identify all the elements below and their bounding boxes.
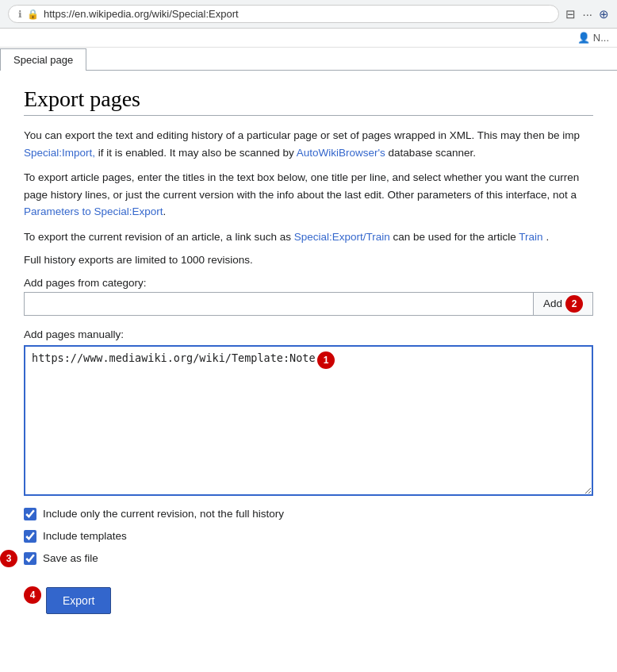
awb-link[interactable]: AutoWikiBrowser's	[297, 147, 385, 159]
export-train-link[interactable]: Special:Export/Train	[294, 231, 390, 243]
include-current-checkbox[interactable]	[24, 508, 36, 520]
textarea-wrapper: 1	[24, 345, 593, 498]
train-link[interactable]: Train	[519, 231, 542, 243]
checkbox2-row: Include templates	[24, 530, 593, 543]
user-area: 👤 N...	[0, 29, 617, 48]
special-import-link[interactable]: Special:Import,	[24, 147, 95, 159]
category-row: Add 2	[24, 292, 593, 316]
export-button[interactable]: Export	[46, 587, 111, 614]
tab-special-page[interactable]: Special page	[0, 48, 86, 71]
export-badge: 4	[24, 586, 41, 604]
description-3: To export the current revision of an art…	[24, 228, 593, 246]
save-as-file-label: Save as file	[43, 552, 98, 564]
export-row: 4 Export	[24, 576, 111, 614]
pocket-icon[interactable]: ⊕	[599, 7, 609, 21]
page-title: Export pages	[24, 86, 593, 116]
add-button[interactable]: Add 2	[533, 292, 593, 316]
main-content: Export pages You can export the text and…	[0, 71, 617, 630]
checkbox3-row: 3 Save as file	[24, 552, 593, 565]
limit-note: Full history exports are limited to 1000…	[24, 254, 593, 266]
save-as-file-checkbox[interactable]	[24, 552, 36, 565]
browser-toolbar: ⊟ ··· ⊕	[565, 7, 609, 21]
category-label: Add pages from category:	[24, 277, 593, 289]
url-text: https://en.wikipedia.org/wiki/Special:Ex…	[44, 8, 239, 20]
include-templates-label: Include templates	[43, 530, 127, 542]
include-current-label: Include only the current revision, not t…	[43, 508, 284, 520]
info-icon: ℹ	[18, 9, 22, 20]
textarea-badge: 1	[317, 351, 335, 369]
include-templates-checkbox[interactable]	[24, 530, 36, 543]
checkbox1-row: Include only the current revision, not t…	[24, 508, 593, 520]
tabs-bar: Special page	[0, 48, 617, 71]
params-link[interactable]: Parameters to Special:Export	[24, 205, 163, 217]
manually-label: Add pages manually:	[24, 328, 593, 340]
browser-chrome: ℹ 🔒 https://en.wikipedia.org/wiki/Specia…	[0, 0, 617, 29]
add-button-label: Add	[543, 298, 562, 309]
lock-icon: 🔒	[27, 9, 39, 20]
user-icon: 👤	[577, 32, 590, 44]
address-bar[interactable]: ℹ 🔒 https://en.wikipedia.org/wiki/Specia…	[8, 5, 559, 23]
pages-textarea[interactable]	[24, 345, 593, 496]
add-badge: 2	[565, 295, 583, 313]
category-input[interactable]	[24, 292, 533, 316]
reader-icon[interactable]: ⊟	[565, 7, 576, 21]
description-1: You can export the text and editing hist…	[24, 127, 593, 161]
save-as-file-badge: 3	[0, 550, 17, 567]
description-2: To export article pages, enter the title…	[24, 169, 593, 221]
user-text: N...	[593, 32, 609, 44]
more-icon[interactable]: ···	[582, 7, 592, 21]
